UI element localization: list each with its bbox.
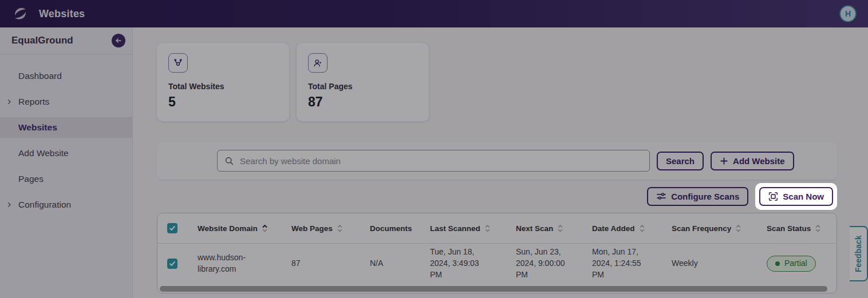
cell-web-pages: 87 xyxy=(291,258,370,269)
page-title: Websites xyxy=(39,8,85,20)
column-label: Scan Frequency xyxy=(672,224,731,233)
stat-label: Total Pages xyxy=(308,82,417,91)
cell-website-domain: www.hudson-library.com xyxy=(198,252,291,275)
column-header-scan-frequency[interactable]: Scan Frequency xyxy=(672,224,767,233)
column-header-web-pages[interactable]: Web Pages xyxy=(291,224,370,233)
stat-label: Total Websites xyxy=(168,82,278,91)
scan-actions-row: Configure Scans Scan Now xyxy=(157,182,837,210)
crawler-network-icon xyxy=(168,53,188,73)
column-header-documents[interactable]: Documents xyxy=(370,224,430,233)
workspace-name: EqualGround xyxy=(11,35,73,46)
column-label: Website Domain xyxy=(198,224,258,233)
column-header-date-added[interactable]: Date Added xyxy=(592,224,672,233)
sort-icon[interactable] xyxy=(484,224,491,233)
sidebar-item-label: Dashboard xyxy=(18,71,62,81)
sidebar-header: EqualGround xyxy=(0,27,132,54)
logo-swirl-icon xyxy=(11,5,30,23)
sort-icon-asc-active[interactable] xyxy=(262,224,268,233)
table-header-row: Website Domain Web Pages Docume xyxy=(157,213,837,244)
column-label: Documents xyxy=(370,224,412,233)
stat-card-total-websites: Total Websites 5 xyxy=(157,43,289,121)
table-row[interactable]: www.hudson-library.com 87 N/A Tue, Jun 1… xyxy=(157,244,837,284)
stat-value: 87 xyxy=(308,94,417,110)
search-icon xyxy=(224,156,234,166)
sort-icon[interactable] xyxy=(815,224,821,233)
sort-icon[interactable] xyxy=(557,224,563,233)
tutorial-spotlight: Scan Now xyxy=(755,183,837,210)
scan-frame-icon xyxy=(768,192,778,201)
column-header-website-domain[interactable]: Website Domain xyxy=(198,224,291,233)
scrollbar-thumb[interactable] xyxy=(160,286,827,292)
feedback-tab[interactable]: Feedback xyxy=(850,226,868,281)
search-box xyxy=(217,150,650,172)
plus-icon xyxy=(720,157,728,165)
chevron-right-icon xyxy=(6,201,13,208)
sidebar-item-label: Websites xyxy=(18,122,57,133)
user-gear-icon xyxy=(308,53,328,73)
add-website-button[interactable]: Add Website xyxy=(711,152,794,170)
sidebar-item-configuration[interactable]: Configuration xyxy=(0,194,132,215)
search-button[interactable]: Search xyxy=(657,152,704,170)
topbar: Websites H xyxy=(0,0,868,27)
horizontal-scrollbar xyxy=(157,284,837,293)
sort-icon[interactable] xyxy=(735,224,741,233)
cell-last-scanned: Tue, Jun 18, 2024, 3:49:03 PM xyxy=(430,247,516,281)
sidebar-item-label: Reports xyxy=(18,97,49,107)
add-website-button-label: Add Website xyxy=(733,156,785,166)
column-header-next-scan[interactable]: Next Scan xyxy=(516,224,592,233)
cell-date-added: Mon, Jun 17, 2024, 1:24:55 PM xyxy=(592,247,672,281)
cell-documents: N/A xyxy=(370,258,430,269)
cell-scan-status: Partial xyxy=(767,256,837,272)
status-badge-label: Partial xyxy=(784,258,807,269)
sidebar-collapse-button[interactable] xyxy=(112,34,125,47)
search-button-label: Search xyxy=(666,156,695,166)
column-label: Date Added xyxy=(592,224,635,233)
sort-icon[interactable] xyxy=(639,224,645,233)
column-label: Last Scanned xyxy=(430,224,480,233)
websites-table: Website Domain Web Pages Docume xyxy=(157,213,837,293)
sidebar-item-websites[interactable]: Websites xyxy=(0,117,132,138)
sidebar-item-dashboard[interactable]: Dashboard xyxy=(0,66,132,86)
sidebar-nav: Dashboard Reports Websites Add Website P… xyxy=(0,54,132,215)
column-label: Scan Status xyxy=(767,224,811,233)
stat-value: 5 xyxy=(168,94,278,110)
sidebar-item-reports[interactable]: Reports xyxy=(0,92,132,112)
scan-now-button[interactable]: Scan Now xyxy=(759,187,833,206)
cell-next-scan: Sun, Jun 23, 2024, 9:00:00 PM xyxy=(516,247,592,281)
configure-scans-label: Configure Scans xyxy=(671,192,739,201)
app-window: Websites H EqualGround Dashboard xyxy=(0,0,868,298)
user-avatar[interactable]: H xyxy=(839,5,857,22)
chevron-right-icon xyxy=(6,98,13,105)
column-header-scan-status[interactable]: Scan Status xyxy=(767,224,837,233)
status-dot-icon xyxy=(775,261,780,266)
configure-scans-button[interactable]: Configure Scans xyxy=(647,187,748,206)
sidebar-item-pages[interactable]: Pages xyxy=(0,169,132,189)
stat-card-total-pages: Total Pages 87 xyxy=(297,43,429,121)
sidebar-item-label: Pages xyxy=(18,174,44,184)
sidebar-item-label: Add Website xyxy=(18,148,69,158)
sidebar-item-label: Configuration xyxy=(18,200,71,210)
row-checkbox[interactable] xyxy=(167,259,177,269)
main-content: Total Websites 5 Total Pages 87 xyxy=(133,27,868,298)
search-input[interactable] xyxy=(240,156,642,166)
sidebar: EqualGround Dashboard Reports Websi xyxy=(0,27,133,298)
stat-cards: Total Websites 5 Total Pages 87 xyxy=(157,43,837,121)
sliders-icon xyxy=(656,192,666,201)
sort-icon[interactable] xyxy=(337,224,343,233)
status-badge: Partial xyxy=(767,256,816,272)
sidebar-item-add-website[interactable]: Add Website xyxy=(0,143,132,164)
column-label: Next Scan xyxy=(516,224,553,233)
arrow-left-icon xyxy=(115,37,123,45)
column-header-last-scanned[interactable]: Last Scanned xyxy=(430,224,516,233)
search-toolbar: Search Add Website xyxy=(157,142,837,180)
cell-scan-frequency: Weekly xyxy=(672,258,767,269)
column-label: Web Pages xyxy=(291,224,333,233)
feedback-tab-label: Feedback xyxy=(854,235,863,272)
select-all-checkbox[interactable] xyxy=(167,223,177,233)
scan-now-label: Scan Now xyxy=(783,192,824,201)
